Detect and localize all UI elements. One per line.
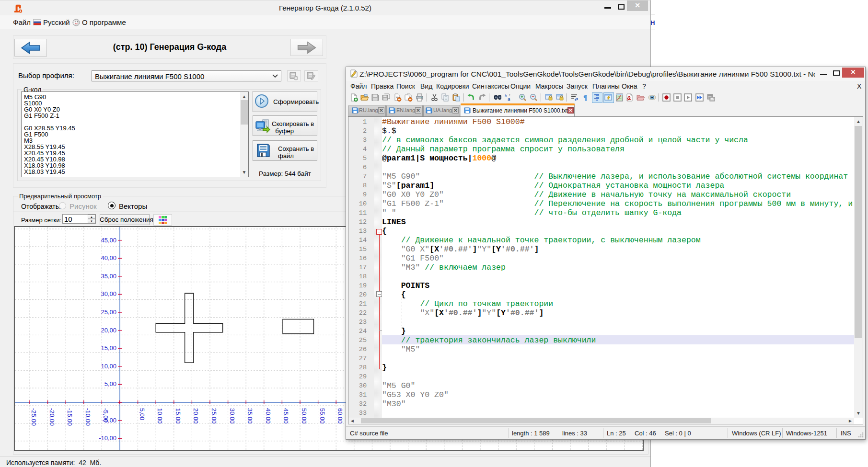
svg-text:a: a — [508, 96, 510, 102]
svg-text:¶: ¶ — [583, 94, 587, 102]
svg-text:b: b — [505, 93, 507, 98]
